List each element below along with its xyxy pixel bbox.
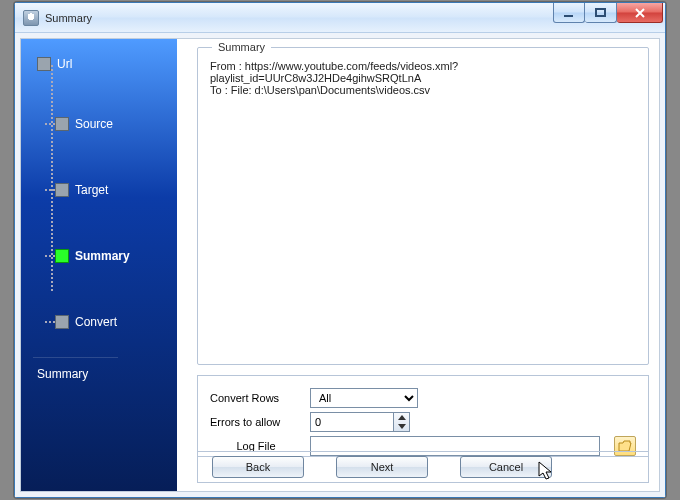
back-button[interactable]: Back: [212, 456, 304, 478]
node-icon: [55, 117, 69, 131]
row-errors: Errors to allow: [210, 410, 636, 434]
to-line: To : File: d:\Users\pan\Documents\videos…: [210, 84, 636, 96]
maximize-button[interactable]: [585, 3, 617, 23]
cancel-button[interactable]: Cancel: [460, 456, 552, 478]
window-controls: [553, 3, 663, 23]
sidebar-item-target[interactable]: Target: [55, 181, 177, 199]
sidebar-item-label: Summary: [75, 249, 130, 263]
node-icon: [55, 249, 69, 263]
row-convert-rows: Convert Rows All: [210, 386, 636, 410]
summary-text: From : https://www.youtube.com/feeds/vid…: [198, 48, 648, 106]
svg-rect-0: [564, 15, 573, 17]
spin-up-icon[interactable]: [394, 413, 409, 422]
sidebar-item-label: Url: [57, 57, 72, 71]
summary-legend: Summary: [212, 41, 271, 53]
node-icon: [55, 315, 69, 329]
next-button[interactable]: Next: [336, 456, 428, 478]
errors-spinner[interactable]: [393, 413, 409, 431]
errors-label: Errors to allow: [210, 416, 302, 428]
convert-rows-label: Convert Rows: [210, 392, 302, 404]
sidebar: Url Source Target Summary: [21, 39, 177, 491]
wizard-tree: Url Source Target Summary: [41, 55, 177, 331]
spin-down-icon[interactable]: [394, 422, 409, 431]
sidebar-item-label: Target: [75, 183, 108, 197]
window: Summary Url: [14, 2, 666, 498]
titlebar[interactable]: Summary: [15, 3, 665, 33]
window-title: Summary: [45, 12, 92, 24]
summary-groupbox: Summary From : https://www.youtube.com/f…: [197, 47, 649, 365]
close-button[interactable]: [617, 3, 663, 23]
button-bar: Back Next Cancel: [197, 451, 649, 483]
sidebar-item-convert[interactable]: Convert: [55, 313, 177, 331]
minimize-button[interactable]: [553, 3, 585, 23]
sidebar-item-url[interactable]: Url: [37, 55, 177, 73]
main-panel: Summary From : https://www.youtube.com/f…: [177, 39, 659, 491]
sidebar-footer: Summary: [37, 367, 88, 381]
options-groupbox: Convert Rows All Errors to allow: [197, 375, 649, 457]
tree-line: [51, 65, 53, 291]
node-icon: [55, 183, 69, 197]
sidebar-item-label: Source: [75, 117, 113, 131]
svg-rect-1: [596, 9, 605, 16]
client-area: Url Source Target Summary: [15, 33, 665, 497]
sidebar-item-label: Convert: [75, 315, 117, 329]
sidebar-item-source[interactable]: Source: [55, 115, 177, 133]
from-line: From : https://www.youtube.com/feeds/vid…: [210, 60, 458, 84]
inner-frame: Url Source Target Summary: [20, 38, 660, 492]
convert-rows-select[interactable]: All: [310, 388, 418, 408]
node-icon: [37, 57, 51, 71]
sidebar-item-summary[interactable]: Summary: [55, 247, 177, 265]
app-icon: [23, 10, 39, 26]
